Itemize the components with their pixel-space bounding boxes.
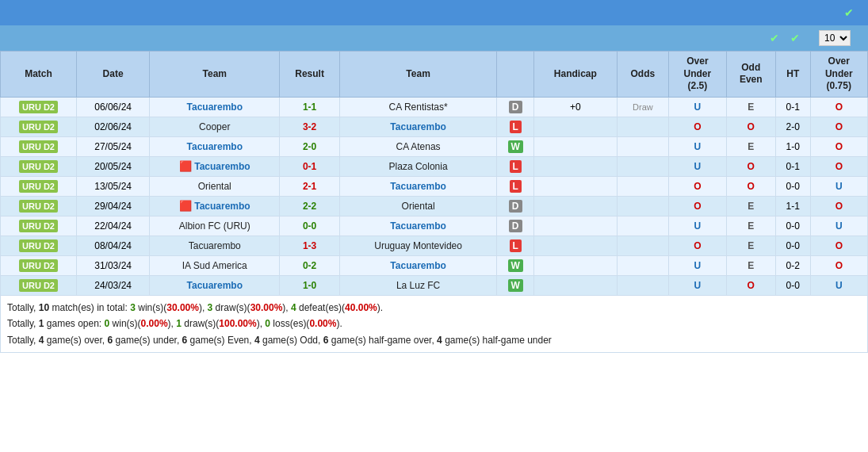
stat-defeat-pct: 40.00% (345, 302, 377, 313)
cell-team2[interactable]: CA Rentistas* (339, 97, 496, 117)
team1-name[interactable]: Tacuarembo (187, 280, 243, 291)
cell-team2[interactable]: Plaza Colonia (339, 156, 496, 176)
cell-result[interactable]: 0-1 (280, 156, 340, 176)
cell-result[interactable]: 1-3 (280, 236, 340, 255)
team2-name[interactable]: CA Rentistas* (389, 102, 448, 113)
cell-league: URU D2 (1, 236, 77, 255)
team1-name[interactable]: IA Sud America (182, 260, 247, 271)
cell-ou075: O (810, 255, 867, 275)
team1-name[interactable]: Tacuarembo (194, 201, 250, 212)
cell-result[interactable]: 0-2 (280, 255, 340, 275)
cell-ht: 2-0 (775, 117, 810, 136)
games-select[interactable]: 5 10 15 20 25 (819, 30, 851, 46)
team1-name[interactable]: Tacuarembo (189, 240, 241, 251)
odds-value: Draw (633, 102, 653, 112)
main-container: ✔ ✔ ✔ 5 10 15 20 25 Match Date Team (0, 0, 868, 353)
uru-d2-filter[interactable]: ✔ (770, 32, 782, 44)
cell-team1[interactable]: Albion FC (URU) (150, 216, 280, 236)
cell-team1[interactable]: 🟥 Tacuarembo (150, 156, 280, 176)
oe-value: E (748, 240, 754, 251)
cell-ht: 0-0 (775, 216, 810, 236)
cell-handicap (534, 156, 617, 176)
team1-name[interactable]: Cooper (199, 121, 230, 132)
team2-name[interactable]: Plaza Colonia (389, 161, 448, 172)
cell-date: 29/04/24 (76, 196, 149, 216)
cell-team2[interactable]: CA Atenas (339, 136, 496, 156)
cell-result[interactable]: 2-0 (280, 136, 340, 156)
league-badge[interactable]: URU D2 (19, 220, 58, 232)
cell-handicap: +0 (534, 97, 617, 117)
table-row: URU D227/05/24Tacuarembo2-0CA AtenasWUE1… (1, 136, 868, 156)
team2-name[interactable]: Tacuarembo (390, 121, 445, 132)
cell-team1[interactable]: Tacuarembo (150, 136, 280, 156)
uru-d2-check-icon[interactable]: ✔ (770, 32, 779, 44)
league-badge[interactable]: URU D2 (19, 180, 58, 193)
team2-name[interactable]: Tacuarembo (390, 220, 445, 232)
cell-team1[interactable]: Oriental (150, 176, 280, 196)
display-notes-check-icon[interactable]: ✔ (844, 6, 854, 19)
cell-team1[interactable]: Tacuarembo (150, 236, 280, 255)
league-badge[interactable]: URU D2 (19, 101, 58, 113)
league-badge[interactable]: URU D2 (19, 160, 58, 173)
cell-team1[interactable]: 🟥 Tacuarembo (150, 196, 280, 216)
league-badge[interactable]: URU D2 (19, 140, 58, 153)
cell-result[interactable]: 1-0 (280, 275, 340, 295)
team2-name[interactable]: Uruguay Montevideo (374, 240, 462, 251)
cell-date: 20/05/24 (76, 156, 149, 176)
outcome-badge: D (509, 200, 522, 213)
league-badge[interactable]: URU D2 (19, 121, 58, 133)
league-badge[interactable]: URU D2 (19, 259, 58, 272)
cell-result[interactable]: 1-1 (280, 97, 340, 117)
cell-date: 06/06/24 (76, 97, 149, 117)
cell-team2[interactable]: Oriental (339, 196, 496, 216)
league-badge[interactable]: URU D2 (19, 200, 58, 213)
oe-value: O (748, 121, 755, 132)
cell-league: URU D2 (1, 117, 77, 136)
table-row: URU D220/05/24🟥 Tacuarembo0-1Plaza Colon… (1, 156, 868, 176)
cell-league: URU D2 (1, 196, 77, 216)
team2-name[interactable]: Oriental (402, 201, 435, 212)
col-ou25: OverUnder(2.5) (669, 52, 726, 98)
team2-name[interactable]: CA Atenas (396, 141, 441, 152)
team2-name[interactable]: Tacuarembo (390, 260, 445, 271)
team1-name[interactable]: Tacuarembo (194, 161, 250, 172)
table-row: URU D213/05/24Oriental2-1TacuaremboLOO0-… (1, 176, 868, 196)
cell-result[interactable]: 2-2 (280, 196, 340, 216)
outcome-badge: L (510, 160, 522, 173)
cell-league: URU D2 (1, 97, 77, 117)
cell-team2[interactable]: Tacuarembo (339, 176, 496, 196)
ou25-value: U (694, 141, 702, 152)
team1-name[interactable]: Tacuarembo (187, 102, 243, 113)
team2-name[interactable]: Tacuarembo (390, 181, 445, 192)
league-badge[interactable]: URU D2 (19, 279, 58, 292)
cell-team2[interactable]: Uruguay Montevideo (339, 236, 496, 255)
cell-team1[interactable]: IA Sud America (150, 255, 280, 275)
cell-ht: 1-0 (775, 136, 810, 156)
cell-team1[interactable]: Tacuarembo (150, 97, 280, 117)
uru-cup-filter[interactable]: ✔ (790, 32, 803, 44)
stat-total-matches: 10 (39, 302, 49, 313)
team1-name[interactable]: Albion FC (URU) (179, 220, 250, 232)
cell-team2[interactable]: Tacuarembo (339, 255, 496, 275)
cell-team2[interactable]: La Luz FC (339, 275, 496, 295)
team1-name[interactable]: Tacuarembo (187, 141, 243, 152)
uru-cup-check-icon[interactable]: ✔ (790, 32, 800, 44)
cell-team2[interactable]: Tacuarembo (339, 216, 496, 236)
stat-open-draws: 1 (176, 318, 182, 329)
team2-name[interactable]: La Luz FC (396, 280, 440, 291)
cell-odds (617, 236, 669, 255)
cell-oe: E (726, 196, 775, 216)
cell-ou25: O (669, 176, 726, 196)
cell-team1[interactable]: Tacuarembo (150, 275, 280, 295)
cell-team2[interactable]: Tacuarembo (339, 117, 496, 136)
cell-oe: E (726, 216, 775, 236)
cell-ou075: O (810, 196, 867, 216)
ou075-value: O (835, 240, 843, 251)
ou25-value: O (694, 201, 701, 212)
cell-result[interactable]: 3-2 (280, 117, 340, 136)
league-badge[interactable]: URU D2 (19, 239, 58, 252)
team1-name[interactable]: Oriental (198, 181, 231, 192)
cell-result[interactable]: 2-1 (280, 176, 340, 196)
cell-team1[interactable]: Cooper (150, 117, 280, 136)
cell-result[interactable]: 0-0 (280, 216, 340, 236)
